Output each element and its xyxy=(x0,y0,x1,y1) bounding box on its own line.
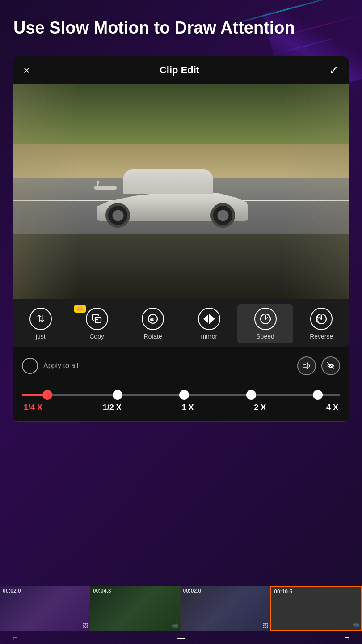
speed-label: Speed xyxy=(256,333,274,340)
clip-edit-card: × Clip Edit ✓ ⇅ just 👑 xyxy=(13,56,349,347)
apply-all-toggle[interactable] xyxy=(22,358,38,374)
mirror-label: mirror xyxy=(201,333,218,340)
speed-thumb-2x[interactable] xyxy=(246,390,256,400)
toolbar-item-copy[interactable]: 👑 Copy xyxy=(69,304,125,343)
speed-label-1x[interactable]: 1 X xyxy=(181,403,194,412)
clip-2-timestamp: 00:04.3 xyxy=(93,588,111,594)
timeline-clip-2[interactable]: 00:04.3 📹 xyxy=(90,586,181,631)
adjust-icon: ⇅ xyxy=(29,308,52,330)
clip-4-type-icon: 📹 xyxy=(353,622,359,628)
toolbar-item-speed[interactable]: Speed xyxy=(237,304,294,343)
apply-all-container: Apply to all xyxy=(22,358,78,374)
speed-track xyxy=(22,394,340,396)
svg-marker-12 xyxy=(303,363,308,369)
eye-toggle-button[interactable] xyxy=(321,356,340,375)
speed-thumb-quarter[interactable] xyxy=(42,390,52,400)
close-button[interactable]: × xyxy=(23,64,30,76)
speed-thumb-half[interactable] xyxy=(113,390,122,400)
speed-label-2x[interactable]: 2 X xyxy=(254,403,266,412)
clip-3-timestamp: 00:02.0 xyxy=(183,588,202,594)
svg-point-11 xyxy=(320,318,322,320)
card-title: Clip Edit xyxy=(160,64,199,76)
svg-line-14 xyxy=(327,362,334,369)
toolbar-item-mirror[interactable]: mirror xyxy=(181,304,237,343)
svg-text:90°: 90° xyxy=(150,317,156,322)
toolbar-item-rotate[interactable]: 90° Rotate xyxy=(125,304,181,343)
mirror-icon xyxy=(198,308,220,330)
timeline-strip: 00:02.0 🖼 00:04.3 📹 00:02.0 🖼 00:10.5 📹 xyxy=(0,586,362,631)
page-title: Use Slow Motion to Draw Attention xyxy=(0,0,362,52)
copy-label: Copy xyxy=(89,333,104,340)
video-preview xyxy=(13,84,349,299)
toolbar-item-reverse[interactable]: Reverse xyxy=(293,304,349,343)
clip-4-timestamp: 00:10.5 xyxy=(274,589,292,595)
sound-toggle-button[interactable] xyxy=(297,356,316,375)
rotate-icon: 90° xyxy=(142,308,164,330)
clip-2-type-icon: 📹 xyxy=(172,623,178,629)
speed-label-half[interactable]: 1/2 X xyxy=(103,403,122,412)
trim-handle-middle[interactable]: — xyxy=(19,633,343,643)
speed-panel: Apply to all xyxy=(13,347,349,422)
card-header: × Clip Edit ✓ xyxy=(13,56,349,84)
clip-1-type-icon: 🖼 xyxy=(83,623,88,629)
svg-point-9 xyxy=(265,318,266,320)
timeline-clip-3[interactable]: 00:02.0 🖼 xyxy=(181,586,271,631)
rotate-label: Rotate xyxy=(144,333,162,340)
confirm-button[interactable]: ✓ xyxy=(329,64,339,76)
clip-3-type-icon: 🖼 xyxy=(263,623,268,629)
svg-marker-6 xyxy=(210,315,215,323)
speed-thumb-4x[interactable] xyxy=(313,390,323,400)
speed-slider[interactable]: 1/4 X 1/2 X 1 X 2 X 4 X xyxy=(22,383,340,414)
trim-handle-right[interactable]: ¬ xyxy=(345,633,349,643)
car-visual xyxy=(88,158,257,230)
panel-icon-buttons xyxy=(297,356,340,375)
svg-marker-5 xyxy=(203,315,208,323)
toolbar-item-adjust[interactable]: ⇅ just xyxy=(13,304,69,343)
speed-label-quarter[interactable]: 1/4 X xyxy=(24,403,42,412)
apply-all-label: Apply to all xyxy=(43,362,78,370)
adjust-label: just xyxy=(36,333,46,340)
trim-handle-left[interactable]: ⌐ xyxy=(13,633,17,643)
crown-badge: 👑 xyxy=(74,305,86,313)
speed-icon xyxy=(254,308,277,330)
speed-label-4x[interactable]: 4 X xyxy=(326,403,338,412)
speed-panel-top: Apply to all xyxy=(22,356,340,375)
speed-thumb-1x[interactable] xyxy=(179,390,189,400)
copy-icon xyxy=(86,308,108,330)
timeline-clip-4[interactable]: 00:10.5 📹 xyxy=(270,586,362,631)
timeline-clip-1[interactable]: 00:02.0 🖼 xyxy=(0,586,90,631)
reverse-icon xyxy=(310,308,333,330)
trim-handles: ⌐ — ¬ xyxy=(13,631,349,644)
reverse-label: Reverse xyxy=(310,333,333,340)
clip-1-timestamp: 00:02.0 xyxy=(3,588,21,594)
speed-labels: 1/4 X 1/2 X 1 X 2 X 4 X xyxy=(22,403,340,412)
toolbar: ⇅ just 👑 Copy 90° Rotate xyxy=(13,299,349,347)
